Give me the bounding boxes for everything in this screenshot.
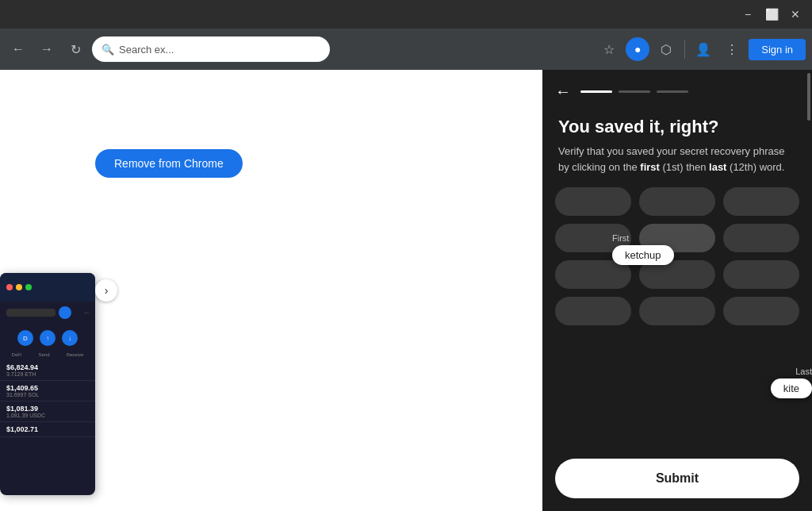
- mini-balance-1: $6,824.94 3.7129 ETH: [0, 360, 95, 381]
- submit-area: Submit: [542, 446, 812, 511]
- scrollbar-track[interactable]: [806, 70, 812, 511]
- mini-wallet-header: [0, 273, 95, 302]
- tooltip-first-label: First: [612, 233, 629, 243]
- tooltip-first-word: ketchup: [612, 245, 674, 265]
- progress-step-3: [657, 90, 688, 93]
- word-pill-6[interactable]: [723, 224, 799, 252]
- signin-button[interactable]: Sign in: [749, 39, 806, 60]
- mini-defi-label: DeFi: [12, 352, 22, 357]
- mini-wallet-actions: D ↑ ↓: [0, 324, 95, 352]
- mini-send-label: Send: [38, 352, 49, 357]
- mini-send-icon: ↑: [40, 330, 56, 346]
- mini-detail-3: 1,081.39 USDC: [6, 413, 89, 418]
- mini-dot-green: [25, 284, 32, 290]
- mini-detail-1: 3.7129 ETH: [6, 371, 89, 377]
- forward-nav-icon[interactable]: →: [35, 37, 59, 61]
- search-icon: 🔍: [102, 44, 114, 56]
- mini-balance-4: $1,002.71: [0, 422, 95, 437]
- submit-button[interactable]: Submit: [555, 459, 799, 498]
- mini-action-labels: DeFi Send Receive: [0, 352, 95, 360]
- mini-dots: ···: [84, 310, 89, 316]
- expand-arrow-button[interactable]: ›: [95, 279, 117, 302]
- progress-step-1: [580, 90, 612, 93]
- popup-subtitle: Verify that you saved your secret recove…: [542, 144, 812, 187]
- subtitle-last-bold: last: [709, 161, 726, 173]
- tooltip-last-label: Last: [795, 367, 812, 376]
- search-text: Search ex...: [119, 44, 174, 56]
- mini-wallet-top: ···: [0, 302, 95, 324]
- subtitle-text-3: (12th) word.: [726, 161, 784, 173]
- mini-amount-1: $6,824.94: [6, 363, 89, 371]
- mini-ext-dot: [59, 306, 71, 319]
- extensions-icon[interactable]: ⬡: [654, 37, 678, 61]
- subtitle-text-2: (1st) then: [660, 161, 709, 173]
- word-pill-11[interactable]: [639, 297, 715, 325]
- browser-content: Remove from Chrome ··· D ↑ ↓ DeFi Send: [0, 70, 542, 511]
- mini-amount-3: $1,081.39: [6, 405, 89, 413]
- word-grid-container: First ketchup Last kite: [542, 187, 812, 446]
- popup-header: ←: [542, 70, 812, 107]
- back-nav-icon[interactable]: ←: [6, 37, 30, 61]
- bookmark-icon[interactable]: ☆: [597, 37, 621, 61]
- toolbar-divider: [684, 40, 685, 59]
- popup-title: You saved it, right?: [542, 107, 812, 144]
- mini-spacer: [75, 309, 81, 316]
- mini-input-bar: [6, 309, 56, 317]
- minimize-button[interactable]: −: [737, 4, 758, 25]
- mini-dot-yellow: [16, 284, 22, 290]
- maximize-button[interactable]: ⬜: [761, 4, 782, 25]
- reload-icon[interactable]: ↻: [63, 37, 87, 61]
- tooltip-first: First ketchup: [612, 233, 674, 265]
- mini-receive-label: Receive: [67, 352, 84, 357]
- progress-step-2: [619, 90, 650, 93]
- mini-defi-icon: D: [17, 330, 33, 346]
- address-bar[interactable]: 🔍 Search ex...: [92, 36, 330, 62]
- mini-amount-4: $1,002.71: [6, 425, 89, 433]
- word-grid: [555, 187, 799, 325]
- popup-back-button[interactable]: ←: [555, 83, 571, 101]
- tooltip-last-word: kite: [771, 378, 812, 398]
- word-pill-12[interactable]: [723, 297, 799, 325]
- word-pill-2[interactable]: [639, 187, 715, 216]
- scrollbar-thumb: [807, 73, 810, 121]
- main-content: Remove from Chrome ··· D ↑ ↓ DeFi Send: [0, 70, 812, 511]
- mini-amount-2: $1,409.65: [6, 384, 89, 392]
- remove-from-chrome-button[interactable]: Remove from Chrome: [95, 149, 243, 178]
- menu-icon[interactable]: ⋮: [720, 37, 744, 61]
- subtitle-first-bold: first: [640, 161, 660, 173]
- extension-icon-active[interactable]: ●: [626, 37, 649, 61]
- mini-wallet-card: ··· D ↑ ↓ DeFi Send Receive $6,824.94 3.…: [0, 273, 95, 495]
- chrome-toolbar: ← → ↻ 🔍 Search ex... ☆ ● ⬡ 👤 ⋮ Sign in: [0, 29, 812, 70]
- profile-icon[interactable]: 👤: [691, 37, 715, 61]
- mini-balance-3: $1,081.39 1,081.39 USDC: [0, 402, 95, 422]
- mini-balance-2: $1,409.65 31.6997 SOL: [0, 381, 95, 402]
- close-button[interactable]: ✕: [785, 4, 806, 25]
- progress-indicator: [580, 90, 688, 93]
- mini-detail-2: 31.6997 SOL: [6, 392, 89, 398]
- mini-receive-icon: ↓: [62, 330, 78, 346]
- word-pill-1[interactable]: [555, 187, 631, 216]
- word-pill-10[interactable]: [555, 297, 631, 325]
- mini-dot-red: [6, 284, 13, 290]
- word-pill-9[interactable]: [723, 260, 799, 289]
- tooltip-last: Last kite: [771, 367, 812, 398]
- word-pill-3[interactable]: [723, 187, 799, 216]
- recovery-popup: ← You saved it, right? Verify that you s…: [542, 70, 812, 511]
- title-bar: − ⬜ ✕: [0, 0, 812, 29]
